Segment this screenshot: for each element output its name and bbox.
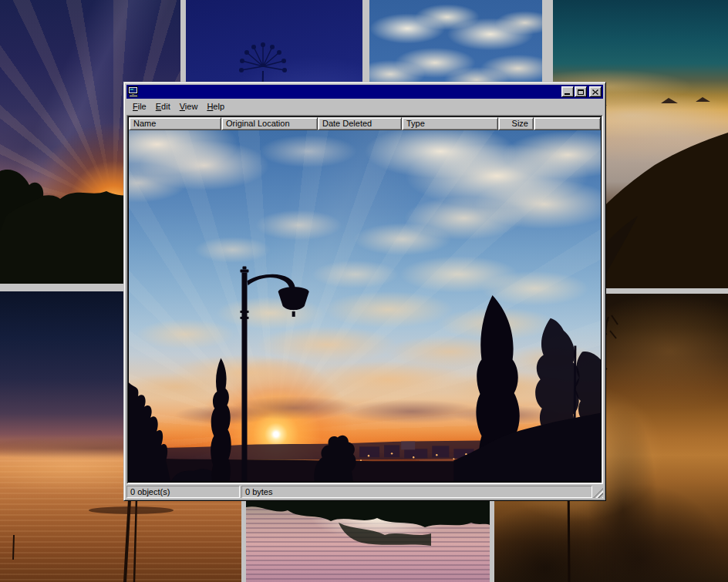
close-button[interactable] bbox=[589, 86, 602, 97]
resize-grip-icon[interactable] bbox=[593, 488, 603, 498]
column-header-name[interactable]: Name bbox=[129, 117, 221, 130]
minimize-button[interactable] bbox=[561, 86, 574, 97]
left-bush-silhouette bbox=[129, 382, 170, 482]
column-header-row: Name Original Location Date Deleted Type… bbox=[129, 117, 601, 130]
window-titlebar[interactable] bbox=[126, 85, 603, 99]
column-header-size[interactable]: Size bbox=[498, 117, 534, 130]
menu-bar: File Edit View Help bbox=[126, 99, 603, 114]
menu-edit[interactable]: Edit bbox=[151, 100, 175, 113]
window-icon[interactable] bbox=[128, 86, 139, 97]
column-header-type[interactable]: Type bbox=[402, 117, 498, 130]
maximize-icon bbox=[578, 89, 584, 95]
folder-background-photo bbox=[129, 130, 601, 482]
list-view[interactable]: Name Original Location Date Deleted Type… bbox=[126, 115, 603, 484]
status-bar: 0 object(s) 0 bytes bbox=[126, 486, 603, 498]
status-size: 0 bytes bbox=[241, 486, 592, 498]
column-header-filler bbox=[534, 117, 601, 130]
explorer-window: File Edit View Help Name Original Locati… bbox=[123, 82, 606, 501]
column-header-date-deleted[interactable]: Date Deleted bbox=[318, 117, 402, 130]
cypress-tree-silhouette bbox=[211, 358, 231, 482]
menu-file[interactable]: File bbox=[128, 100, 151, 113]
minimize-icon bbox=[565, 93, 570, 95]
desktop: { "window": { "title": "", "menu_items":… bbox=[0, 0, 728, 582]
photo-silhouettes bbox=[129, 130, 601, 482]
menu-view[interactable]: View bbox=[175, 100, 203, 113]
menu-help[interactable]: Help bbox=[202, 100, 229, 113]
close-icon bbox=[592, 89, 598, 95]
status-objects: 0 object(s) bbox=[126, 486, 240, 498]
maximize-button[interactable] bbox=[575, 86, 587, 97]
column-header-original-location[interactable]: Original Location bbox=[221, 117, 318, 130]
